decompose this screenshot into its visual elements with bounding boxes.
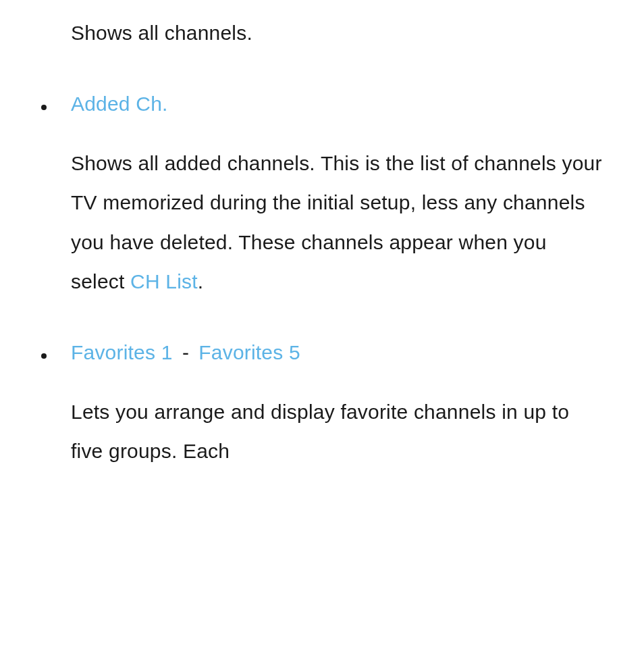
bullet-icon — [41, 105, 47, 110]
list-item: Added Ch. Shows all added channels. This… — [71, 93, 603, 302]
description-favorites: Lets you arrange and display favorite ch… — [71, 392, 603, 472]
term-favorites-1: Favorites 1 — [71, 341, 173, 363]
description-added-ch: Shows all added channels. This is the li… — [71, 144, 603, 302]
list-item: Favorites 1 - Favorites 5 Lets you arran… — [71, 341, 603, 472]
document-body: Shows all channels. Added Ch. Shows all … — [0, 0, 644, 472]
bullet-icon — [41, 353, 47, 359]
desc-text-after: . — [198, 270, 204, 293]
inline-term-ch-list: CH List — [130, 270, 198, 293]
term-added-ch: Added Ch. — [71, 93, 168, 115]
term-separator: - — [177, 341, 195, 363]
intro-paragraph: Shows all channels. — [71, 14, 603, 53]
term-favorites-5: Favorites 5 — [198, 341, 300, 363]
